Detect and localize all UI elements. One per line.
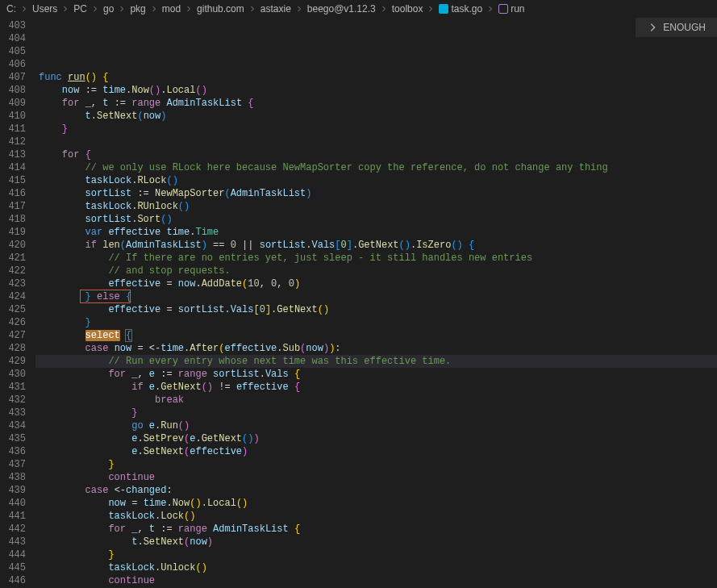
code-line[interactable]: select { — [35, 329, 717, 342]
code-line[interactable]: func run() { — [35, 71, 717, 84]
line-number: 445 — [0, 561, 26, 574]
line-number: 406 — [0, 58, 26, 71]
line-number: 432 — [0, 394, 26, 407]
line-number: 412 — [0, 136, 26, 148]
chevron-right-icon — [60, 4, 70, 14]
line-number: 427 — [0, 329, 26, 342]
line-number: 443 — [0, 536, 26, 548]
line-number: 404 — [0, 32, 26, 45]
code-line[interactable]: for _, e := range sortList.Vals { — [35, 368, 717, 381]
line-number: 426 — [0, 316, 26, 329]
line-number: 415 — [0, 174, 26, 187]
code-line[interactable]: } — [35, 316, 717, 329]
code-line[interactable]: e.SetNext(effective) — [35, 445, 717, 458]
chevron-right-icon — [90, 4, 100, 14]
code-line[interactable]: // we only use RLock here because NewMap… — [35, 161, 717, 174]
code-line[interactable]: case now = <-time.After(effective.Sub(no… — [35, 342, 717, 355]
code-line[interactable]: // and stop requests. — [35, 265, 717, 277]
line-number: 425 — [0, 303, 26, 316]
code-line[interactable]: if e.GetNext() != effective { — [35, 381, 717, 394]
code-line[interactable] — [35, 136, 717, 148]
line-number: 442 — [0, 523, 26, 536]
line-number: 407 — [0, 71, 26, 84]
breadcrumb-item[interactable]: pkg — [130, 3, 145, 15]
line-number: 419 — [0, 226, 26, 239]
line-number: 410 — [0, 110, 26, 123]
code-line[interactable]: go e.Run() — [35, 419, 717, 432]
code-line[interactable] — [35, 58, 717, 71]
code-line[interactable]: t.SetNext(now) — [35, 536, 717, 548]
breadcrumb[interactable]: C:UsersPCgopkgmodgithub.comastaxiebeego@… — [0, 0, 717, 18]
code-line[interactable]: taskLock.Lock() — [35, 510, 717, 523]
chevron-right-icon — [19, 4, 29, 14]
breadcrumb-item[interactable]: C: — [6, 3, 16, 15]
line-number: 440 — [0, 497, 26, 510]
line-number: 416 — [0, 187, 26, 200]
breadcrumb-item[interactable]: PC — [73, 3, 87, 15]
line-number: 423 — [0, 277, 26, 290]
code-line[interactable]: sortList := NewMapSorter(AdminTaskList) — [35, 187, 717, 200]
breadcrumb-item[interactable]: toolbox — [392, 3, 423, 15]
code-line[interactable]: } — [35, 407, 717, 419]
code-line[interactable]: } — [35, 458, 717, 471]
code-line[interactable]: now := time.Now().Local() — [35, 84, 717, 97]
chevron-right-icon — [184, 4, 194, 14]
breadcrumb-item[interactable]: beego@v1.12.3 — [307, 3, 376, 15]
line-number: 411 — [0, 123, 26, 136]
line-number: 408 — [0, 84, 26, 97]
code-line[interactable]: taskLock.Unlock() — [35, 561, 717, 574]
code-line[interactable]: var effective time.Time — [35, 226, 717, 239]
chevron-right-icon — [379, 4, 389, 14]
code-line[interactable]: sortList.Sort() — [35, 213, 717, 226]
code-area[interactable]: func run() { now := time.Now().Local() f… — [35, 18, 717, 588]
line-number: 418 — [0, 213, 26, 226]
chevron-right-icon — [426, 4, 436, 14]
chevron-right-icon — [486, 4, 495, 14]
code-line[interactable]: taskLock.RLock() — [35, 174, 717, 187]
breadcrumb-item[interactable]: astaxie — [261, 3, 291, 15]
line-number: 428 — [0, 342, 26, 355]
breadcrumb-file[interactable]: task.go — [439, 3, 482, 15]
chevron-right-icon — [294, 4, 304, 14]
line-number: 433 — [0, 407, 26, 419]
code-line[interactable]: for _, t := range AdminTaskList { — [35, 523, 717, 536]
breadcrumb-item[interactable]: go — [103, 3, 114, 15]
line-number: 430 — [0, 368, 26, 381]
line-number: 422 — [0, 265, 26, 277]
code-line[interactable]: } — [35, 123, 717, 136]
line-number: 435 — [0, 432, 26, 445]
code-line[interactable]: } else { — [35, 290, 717, 303]
code-line[interactable]: continue — [35, 471, 717, 484]
line-number: 446 — [0, 574, 26, 587]
line-number: 420 — [0, 239, 26, 252]
code-line[interactable]: effective = now.AddDate(10, 0, 0) — [35, 277, 717, 290]
breadcrumb-item[interactable]: github.com — [197, 3, 244, 15]
code-line[interactable]: continue — [35, 574, 717, 587]
code-line[interactable]: if len(AdminTaskList) == 0 || sortList.V… — [35, 239, 717, 252]
line-number: 405 — [0, 45, 26, 58]
code-line[interactable]: for _, t := range AdminTaskList { — [35, 97, 717, 110]
line-number: 436 — [0, 445, 26, 458]
chevron-right-icon — [149, 4, 159, 14]
line-number: 414 — [0, 161, 26, 174]
line-number: 429 — [0, 355, 26, 368]
line-number: 424 — [0, 290, 26, 303]
breadcrumb-item[interactable]: Users — [32, 3, 57, 15]
code-line[interactable]: break — [35, 394, 717, 407]
code-line[interactable]: e.SetPrev(e.GetNext()) — [35, 432, 717, 445]
code-line[interactable]: effective = sortList.Vals[0].GetNext() — [35, 303, 717, 316]
code-line[interactable]: for { — [35, 148, 717, 161]
breadcrumb-symbol[interactable]: run — [498, 3, 524, 15]
code-line[interactable]: now = time.Now().Local() — [35, 497, 717, 510]
code-line[interactable]: // Run every entry whose next time was t… — [35, 355, 717, 368]
line-number: 437 — [0, 458, 26, 471]
chevron-right-icon — [117, 4, 127, 14]
code-line[interactable]: taskLock.RUnlock() — [35, 200, 717, 213]
code-line[interactable]: // If there are no entries yet, just sle… — [35, 252, 717, 265]
editor[interactable]: 4034044054064074084094104114124134144154… — [0, 18, 717, 588]
code-line[interactable]: } — [35, 548, 717, 561]
breadcrumb-item[interactable]: mod — [162, 3, 181, 15]
code-line[interactable]: t.SetNext(now) — [35, 110, 717, 123]
chevron-right-icon — [248, 4, 257, 14]
code-line[interactable]: case <-changed: — [35, 484, 717, 497]
